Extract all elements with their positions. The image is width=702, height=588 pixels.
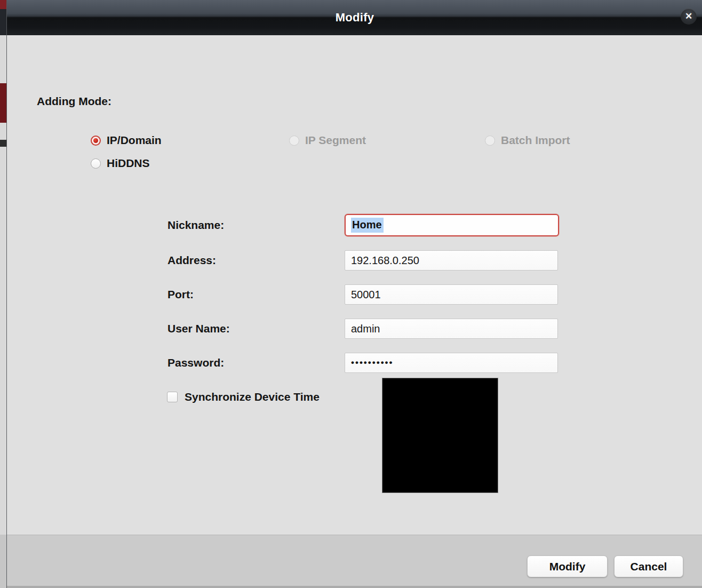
radio-option-ip-domain[interactable]: IP/Domain <box>91 133 162 147</box>
radio-option-label: HiDDNS <box>107 157 150 170</box>
dialog-title: Modify <box>7 11 702 25</box>
window-bottom-edge <box>7 586 702 588</box>
port-input[interactable] <box>345 284 558 305</box>
radio-option-batch-import: Batch Import <box>485 133 570 147</box>
background-footer-sliver <box>0 535 6 588</box>
nickname-input[interactable]: Home <box>345 214 559 236</box>
background-maroon-sliver <box>0 83 6 123</box>
modify-dialog-screen: Modify ✕ Adding Mode: IP/Domain IP Segme… <box>0 0 702 588</box>
modify-dialog: Modify ✕ Adding Mode: IP/Domain IP Segme… <box>6 0 702 588</box>
redacted-block <box>382 378 498 493</box>
checkbox-label: Synchronize Device Time <box>185 391 320 403</box>
password-input[interactable] <box>345 353 558 373</box>
nickname-selected-text: Home <box>351 218 384 233</box>
adding-mode-label: Adding Mode: <box>37 95 111 108</box>
background-app-strip <box>0 0 6 588</box>
radio-option-label: IP Segment <box>305 134 366 147</box>
modify-button[interactable]: Modify <box>527 555 608 577</box>
radio-selected-icon <box>91 136 101 146</box>
close-icon: ✕ <box>681 9 697 25</box>
background-red-sliver <box>0 0 6 9</box>
synchronize-device-time-checkbox[interactable]: Synchronize Device Time <box>167 391 320 403</box>
checkbox-unchecked-icon <box>167 392 178 402</box>
cancel-button[interactable]: Cancel <box>614 555 683 577</box>
radio-option-ip-segment: IP Segment <box>289 133 366 147</box>
radio-option-hiddns[interactable]: HiDDNS <box>91 156 150 170</box>
background-icon-sliver <box>0 140 6 147</box>
dialog-body: Adding Mode: IP/Domain IP Segment Batch … <box>7 35 702 535</box>
password-label: Password: <box>167 356 224 369</box>
dialog-footer: Modify Cancel <box>7 535 702 588</box>
username-input[interactable] <box>345 319 558 339</box>
dialog-titlebar: Modify ✕ <box>7 0 702 35</box>
radio-unselected-icon <box>91 158 101 169</box>
address-input[interactable] <box>345 250 558 271</box>
close-button[interactable]: ✕ <box>681 9 697 25</box>
username-label: User Name: <box>167 322 230 335</box>
radio-unselected-icon <box>485 136 495 146</box>
radio-unselected-icon <box>289 136 299 146</box>
address-label: Address: <box>167 254 216 267</box>
radio-option-label: IP/Domain <box>107 134 162 147</box>
nickname-label: Nickname: <box>167 219 224 232</box>
port-label: Port: <box>167 288 194 301</box>
radio-option-label: Batch Import <box>501 134 570 147</box>
